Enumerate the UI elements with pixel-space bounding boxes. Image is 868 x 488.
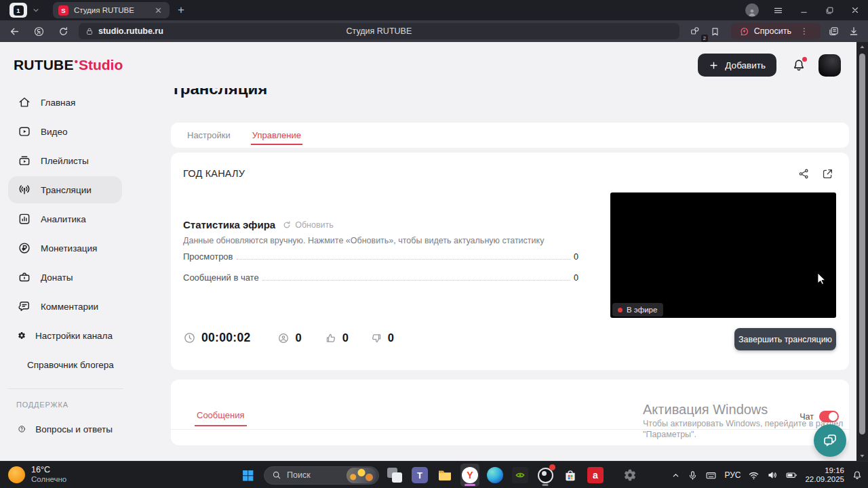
tab-counter-badge: 1: [14, 5, 24, 16]
tab-control[interactable]: Управление: [252, 123, 301, 148]
weather-widget[interactable]: 16°C Солнечно: [8, 465, 66, 484]
tray-battery-button[interactable]: [785, 469, 797, 481]
windows-logo-icon: [241, 468, 255, 483]
support-chat-fab[interactable]: [814, 424, 846, 457]
bookmark-icon: [710, 26, 720, 37]
metric-dislikes: 0: [370, 331, 394, 344]
card-actions: [797, 167, 834, 180]
start-button[interactable]: [237, 465, 258, 485]
protect-button[interactable]: [28, 22, 49, 40]
downloads-button[interactable]: [844, 22, 864, 40]
tab-counter-button[interactable]: 1: [9, 3, 27, 18]
scrollbar-track[interactable]: [856, 42, 868, 461]
browser-profile-avatar[interactable]: [739, 0, 765, 20]
channel-avatar[interactable]: [818, 54, 841, 77]
notifications-button[interactable]: [791, 58, 806, 73]
close-button[interactable]: [842, 0, 868, 20]
taskbar-edge-button[interactable]: [486, 464, 505, 487]
touch-keyboard-icon: [705, 470, 717, 481]
search-highlight-thumbnail[interactable]: [347, 468, 376, 483]
page-tabs: Настройки Управление: [171, 123, 849, 148]
stats-heading-row: Статистика эфира Обновить: [183, 219, 334, 230]
reload-button[interactable]: [53, 22, 73, 40]
sidebar-item-broadcasts[interactable]: Трансляции: [8, 176, 122, 203]
analytics-icon: [18, 212, 31, 226]
end-broadcast-button[interactable]: Завершить трансляцию: [734, 328, 836, 350]
system-tray: РУС 19:16 22.09.2025: [671, 462, 863, 488]
tray-volume-button[interactable]: [767, 470, 778, 481]
sidebar-item-faq[interactable]: Вопросы и ответы: [8, 415, 122, 443]
scroll-down-button[interactable]: [856, 451, 868, 461]
extensions-badge: 2: [701, 35, 708, 42]
ask-button[interactable]: Спросить ⋮: [731, 23, 821, 39]
add-button[interactable]: Добавить: [698, 54, 776, 77]
sidebar-item-video[interactable]: Видео: [8, 118, 122, 145]
minimize-icon: [800, 6, 808, 15]
bookmarks-button[interactable]: [705, 22, 726, 40]
language-indicator[interactable]: РУС: [724, 470, 741, 480]
ask-more-icon[interactable]: ⋮: [796, 26, 812, 36]
clock-icon: [183, 331, 196, 344]
logo-studio-text: Studio: [79, 57, 123, 73]
open-external-button[interactable]: [821, 167, 834, 180]
live-preview-player[interactable]: В эфире: [610, 192, 836, 318]
taskbar-nvidia-button[interactable]: [511, 464, 530, 487]
browser-tab-strip: 1 S Студия RUTUBE ✕ +: [0, 0, 868, 20]
refresh-button[interactable]: Обновить: [282, 220, 334, 230]
tab-list-chevron-icon[interactable]: [33, 7, 39, 14]
tray-notifications-button[interactable]: [852, 470, 863, 481]
taskbar-yandex-browser-button[interactable]: Y: [460, 464, 479, 487]
taskbar-store-button[interactable]: [561, 464, 580, 487]
tray-keyboard-button[interactable]: [705, 470, 717, 481]
task-view-button[interactable]: [385, 464, 404, 487]
sidebar-item-analytics[interactable]: Аналитика: [8, 205, 122, 232]
sidebar-item-playlists[interactable]: Плейлисты: [8, 147, 122, 174]
taskbar-obs-button[interactable]: [536, 464, 555, 487]
scroll-up-button[interactable]: [856, 42, 868, 52]
tab-groups-button[interactable]: [823, 22, 844, 40]
task-view-icon: [387, 468, 402, 483]
sidebar-item-home[interactable]: Главная: [8, 89, 122, 116]
tray-microphone-button[interactable]: [688, 470, 698, 481]
taskbar-clock[interactable]: 19:16 22.09.2025: [805, 466, 844, 485]
tray-chevron-button[interactable]: [671, 471, 680, 480]
sidebar-item-donations[interactable]: Донаты: [8, 264, 122, 291]
extensions-button[interactable]: 2: [685, 22, 705, 40]
taskbar-settings-app-button[interactable]: [620, 464, 639, 487]
tray-bell-icon: [852, 470, 863, 481]
taskbar-teams-button[interactable]: T: [410, 464, 429, 487]
tab-messages[interactable]: Сообщения: [197, 410, 245, 420]
tab-close-icon[interactable]: ✕: [153, 5, 164, 16]
sidebar-item-monetization[interactable]: Монетизация: [8, 235, 122, 262]
minimize-button[interactable]: [791, 0, 816, 20]
restore-button[interactable]: [816, 0, 842, 20]
sidebar-item-channel-settings[interactable]: Настройки канала: [8, 322, 122, 349]
search-icon: [272, 470, 281, 480]
stat-rows: Просмотров 0 Сообщений в чате 0: [183, 251, 578, 293]
dotted-leader: [262, 280, 570, 281]
address-bar[interactable]: studio.rutube.ru Студия RUTUBE: [79, 23, 679, 39]
logo-rutube-text: RUTUBE: [14, 57, 74, 73]
tray-wifi-button[interactable]: [748, 470, 760, 481]
taskbar: 16°C Солнечно Поиск T: [0, 461, 868, 488]
chat-toggle[interactable]: [819, 411, 839, 422]
metric-duration: 00:00:02: [183, 331, 250, 345]
taskbar-center: Поиск T Y: [237, 462, 639, 488]
toggle-knob: [829, 412, 837, 421]
taskbar-explorer-button[interactable]: [435, 464, 454, 487]
sidebar-item-blogger-guide[interactable]: Справочник блогера: [8, 351, 122, 378]
taskbar-amd-button[interactable]: a: [586, 464, 605, 487]
wallet-icon: [18, 270, 31, 284]
new-tab-button[interactable]: +: [178, 3, 184, 17]
obs-notification-badge: [549, 464, 555, 470]
sidebar-item-comments[interactable]: Комментарии: [8, 293, 122, 320]
ask-chat-icon: [739, 26, 749, 37]
share-button[interactable]: [797, 167, 810, 180]
back-button[interactable]: [4, 22, 24, 40]
scrollbar-thumb[interactable]: [859, 54, 865, 434]
browser-tab[interactable]: S Студия RUTUBE ✕: [53, 2, 170, 18]
browser-menu-button[interactable]: [765, 0, 791, 20]
rutube-studio-logo[interactable]: RUTUBE•Studio: [14, 57, 123, 73]
tab-settings[interactable]: Настройки: [187, 123, 231, 148]
search-box[interactable]: Поиск: [264, 466, 379, 485]
